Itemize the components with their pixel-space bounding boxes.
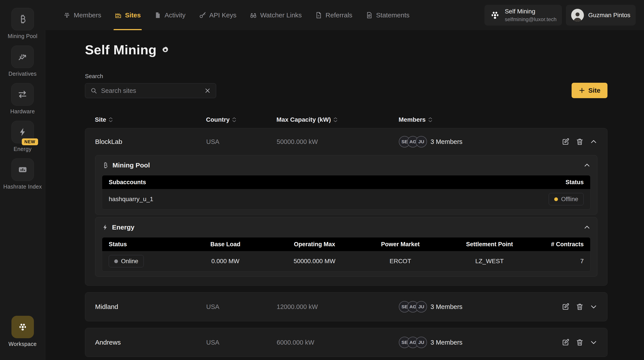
bolt-icon [102, 224, 108, 230]
sort-icon [428, 117, 432, 122]
expand-icon[interactable] [590, 338, 597, 346]
search-label: Search [85, 73, 216, 80]
sidebar-item-hardware[interactable]: Hardware [10, 83, 35, 115]
add-site-button[interactable]: Site [572, 83, 608, 98]
column-header-country[interactable]: Country [206, 116, 276, 123]
site-card-blocklab: BlockLab USA 50000.000 kW SE AG JU 3 Mem… [85, 128, 608, 286]
sites-icon [114, 12, 122, 19]
sidebar: Mining Pool Derivatives Hardware NEW Ene… [0, 0, 45, 360]
tab-api-keys[interactable]: API Keys [192, 0, 243, 30]
user-menu[interactable]: Guzman Pintos [566, 5, 636, 26]
column-header-members[interactable]: Members [398, 116, 547, 123]
section-title: Mining Pool [112, 162, 150, 169]
tab-statements[interactable]: Statements [359, 0, 416, 30]
subaccounts-header: Subaccounts [109, 179, 146, 186]
member-avatars: SE AG JU [399, 337, 427, 348]
sidebar-item-workspace[interactable]: Workspace [8, 316, 36, 347]
energy-col-power-market: Power Market [358, 241, 443, 248]
settlement-point-value: LZ_WEST [443, 258, 536, 265]
members-icon [63, 12, 71, 19]
clear-search-icon[interactable] [204, 88, 211, 94]
tab-label: Statements [376, 12, 410, 19]
subaccount-row[interactable]: hashquarry_u_1 Offline [102, 189, 590, 209]
sidebar-item-label: Mining Pool [8, 33, 38, 40]
plus-icon [579, 87, 585, 94]
sidebar-item-derivatives[interactable]: Derivatives [8, 46, 36, 77]
energy-col-contracts: # Contracts [536, 241, 584, 248]
energy-table: Status Base Load Operating Max Power Mar… [102, 237, 590, 272]
site-row[interactable]: BlockLab USA 50000.000 kW SE AG JU 3 Mem… [85, 128, 607, 155]
account-name: Self Mining [505, 8, 556, 15]
site-row[interactable]: Midland USA 12000.000 kW SE AG JU 3 Memb… [85, 292, 607, 321]
members-cell: SE AG JU 3 Members [399, 136, 547, 148]
swap-arrows-icon [11, 83, 34, 106]
tab-label: Referrals [326, 12, 352, 19]
sidebar-item-mining-pool[interactable]: Mining Pool [8, 8, 38, 40]
status-dot [114, 260, 118, 263]
tab-activity[interactable]: Activity [148, 0, 192, 30]
sidebar-item-energy[interactable]: NEW Energy [12, 121, 34, 152]
member-avatars: SE AG JU [399, 301, 427, 312]
site-capacity: 12000.000 kW [277, 303, 399, 310]
collapse-icon[interactable] [584, 162, 590, 169]
bolt-icon: NEW [12, 121, 34, 143]
sidebar-item-label: Hashrate Index [3, 184, 42, 190]
app-window: Mining Pool Derivatives Hardware NEW Ene… [0, 0, 644, 360]
tab-watcher-links[interactable]: Watcher Links [243, 0, 308, 30]
expand-icon[interactable] [590, 303, 597, 311]
sidebar-item-hashrate-index[interactable]: Hashrate Index [3, 158, 42, 190]
site-card-midland: Midland USA 12000.000 kW SE AG JU 3 Memb… [85, 292, 608, 321]
luxor-dots-icon [490, 10, 500, 20]
collapse-icon[interactable] [584, 224, 590, 231]
search-input[interactable] [101, 87, 200, 94]
edit-icon[interactable] [562, 338, 570, 346]
gear-icon[interactable] [161, 46, 169, 54]
avatar: JU [416, 337, 427, 348]
collapse-icon[interactable] [590, 138, 597, 146]
operating-max-value: 50000.000 MW [272, 258, 358, 265]
sidebar-item-label: Energy [14, 146, 32, 152]
bitcoin-icon [12, 8, 34, 30]
member-avatars: SE AG JU [399, 136, 427, 148]
account-switcher[interactable]: Self Mining selfmining@luxor.tech [484, 5, 562, 26]
energy-header[interactable]: Energy [102, 218, 590, 237]
mining-pool-section: Mining Pool Subaccounts Status hashquarr… [95, 155, 597, 214]
site-capacity: 50000.000 kW [277, 138, 399, 146]
site-country: USA [206, 339, 277, 346]
base-load-value: 0.000 MW [179, 258, 272, 265]
user-name: Guzman Pintos [588, 12, 630, 19]
tab-members[interactable]: Members [56, 0, 108, 30]
site-name: BlockLab [95, 138, 206, 146]
column-header-site[interactable]: Site [95, 116, 206, 123]
site-country: USA [206, 138, 277, 146]
site-name: Midland [95, 303, 206, 310]
page-title: Self Mining [85, 42, 156, 58]
sort-icon [109, 117, 113, 122]
site-row[interactable]: Andrews USA 6000.000 kW SE AG JU 3 Membe… [85, 328, 607, 357]
energy-row[interactable]: Online 0.000 MW 50000.000 MW ERCOT LZ_WE… [102, 251, 590, 271]
energy-col-base-load: Base Load [179, 241, 272, 248]
tab-label: API Keys [209, 12, 236, 19]
column-header-max-capacity[interactable]: Max Capacity (kW) [276, 116, 398, 123]
tab-referrals[interactable]: Referrals [308, 0, 359, 30]
delete-icon[interactable] [576, 303, 584, 311]
mining-pool-header[interactable]: Mining Pool [102, 155, 590, 175]
search-icon [90, 87, 97, 94]
status-dot [554, 198, 558, 201]
avatar: JU [416, 301, 427, 312]
tab-label: Sites [125, 12, 141, 19]
edit-icon[interactable] [562, 138, 570, 146]
tab-sites[interactable]: Sites [108, 0, 148, 30]
site-capacity: 6000.000 kW [277, 339, 399, 346]
delete-icon[interactable] [576, 138, 584, 146]
row-actions [547, 138, 597, 146]
chart-arrow-icon [11, 46, 34, 68]
delete-icon[interactable] [576, 338, 584, 346]
status-badge: Online [109, 255, 144, 267]
site-name: Andrews [95, 339, 206, 346]
bitcoin-icon [102, 162, 109, 169]
edit-icon[interactable] [562, 303, 570, 311]
row-actions [547, 338, 597, 346]
binoculars-icon [250, 12, 257, 19]
energy-col-operating-max: Operating Max [272, 241, 358, 248]
